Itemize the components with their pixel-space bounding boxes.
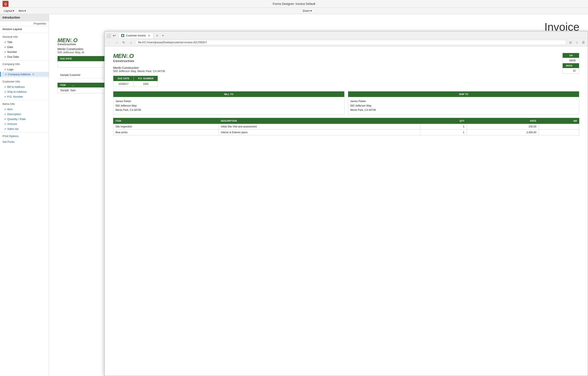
bc-items-table: ITEM DESCRIPTION QTY RATE AM Site inspec… [113, 118, 579, 135]
main-layout: Introduction Properties Invoice Layout G… [0, 14, 588, 376]
check-icon-sales-tax: ✔ [4, 128, 6, 130]
nav-logo[interactable]: ✔ Logo [0, 67, 49, 72]
bc-company-details: Menlo Construction 500 Jefferson Way, Me… [113, 66, 165, 73]
table-row: 10/26/17 1001 [113, 81, 158, 87]
col-description: DESCRIPTION [219, 118, 420, 124]
browser-active-tab[interactable]: 📄 Customer Invoice ✕ [118, 32, 154, 38]
reader-view-button[interactable]: ⊡ [568, 40, 573, 45]
po-number-header: P.O. NUMBER [134, 76, 158, 81]
nav-due-date[interactable]: ✔ Due Date [0, 54, 49, 59]
bc-ship-to-body: James Parker 500 Jefferson Way Menlo Par… [348, 97, 579, 114]
bc-due-date-table: DUE DATE P.O. NUMBER 10/26/17 1001 [113, 76, 158, 87]
check-icon-logo: ✔ [4, 68, 6, 71]
check-icon-date: ✔ [4, 46, 6, 49]
layout-menu[interactable]: Layout ▾ [2, 8, 16, 13]
section-print-options[interactable]: Print Options [0, 133, 49, 139]
col-qty: QTY [420, 118, 467, 124]
menu-bar: Layout ▾ Item ▾ Zoom ▾ [0, 8, 588, 14]
nav-amount[interactable]: ✔ Amount [0, 121, 49, 126]
table-row: 09/26 [562, 58, 579, 63]
col-rate: RATE [467, 118, 539, 124]
browser-window-icon2[interactable]: ↩ [113, 33, 116, 38]
tab-label: Customer Invoice [126, 34, 146, 37]
gear-icon-company-address[interactable]: ⚙ [32, 73, 34, 76]
col-item: ITEM [113, 118, 219, 124]
forward-button[interactable]: → [114, 39, 119, 45]
nav-description[interactable]: ✔ Description [0, 112, 49, 117]
nav-ship-to[interactable]: ✔ Ship to Address [0, 89, 49, 94]
bc-logo: MENLO Construction [113, 53, 165, 63]
check-icon-ship-to: ✔ [4, 90, 6, 93]
address-bar[interactable] [135, 40, 567, 45]
app-logo: Q [2, 1, 9, 7]
settings-button[interactable]: ☰ [580, 40, 586, 45]
table-row: Site inspection Initial Site Visit and a… [113, 124, 579, 129]
browser-tab-bar: ⬜ ↩ 📄 Customer Invoice ✕ + ▾ [105, 31, 588, 38]
invoice-value: 10 [562, 68, 579, 74]
panel-header: Introduction [0, 14, 49, 21]
bc-right-info: DATE 09/26 INVOICE [562, 53, 579, 74]
properties-label: Properties [0, 21, 49, 26]
browser-actions: ⊡ ☆ ☰ [568, 40, 586, 45]
table-row: 10 [562, 68, 579, 74]
tab-close-button[interactable]: ✕ [147, 34, 151, 37]
nav-company-address[interactable]: ✔ Company Address ⚙ [0, 72, 49, 77]
bc-bill-to-header: BILL TO [113, 91, 344, 97]
browser-nav-bar: ← → ↻ ⌂ ⊡ ☆ ☰ [105, 38, 588, 46]
bc-bill-to-body: James Parker 500 Jefferson Way Menlo Par… [113, 97, 344, 114]
due-date-value: 10/26/17 [113, 81, 134, 87]
nav-bill-to[interactable]: ✔ Bill to Address [0, 84, 49, 89]
bookmark-button[interactable]: ☆ [574, 40, 580, 45]
zoom-menu[interactable]: Zoom ▾ [301, 8, 314, 13]
bc-invoice-header: MENLO Construction Menlo Construction 50… [113, 53, 579, 87]
section-items-info: Items Info [0, 101, 49, 107]
check-icon-po-number: ✔ [4, 95, 6, 98]
bc-ship-to-box: SHIP TO James Parker 500 Jefferson Way M… [348, 91, 579, 115]
bc-bill-to-box: BILL TO James Parker 500 Jefferson Way M… [113, 91, 345, 115]
tab-dropdown-button[interactable]: ▾ [160, 33, 166, 38]
window-title: Forms Designer: Invoice Default [273, 2, 315, 6]
home-button[interactable]: ⌂ [128, 39, 134, 45]
left-panel: Introduction Properties Invoice Layout G… [0, 14, 49, 376]
due-date-header: DUE DATE [113, 76, 134, 81]
check-icon-description: ✔ [4, 113, 6, 116]
browser-window: ⬜ ↩ 📄 Customer Invoice ✕ + ▾ ← → ↻ ⌂ [105, 31, 588, 376]
check-icon-number: ✔ [4, 51, 6, 54]
nav-item[interactable]: ✔ Item [0, 107, 49, 112]
bc-invoice-info-table: DATE 09/26 INVOICE [562, 53, 579, 74]
title-bar: Q Forms Designer: Invoice Default [0, 0, 588, 8]
nav-number[interactable]: ✔ Number [0, 49, 49, 54]
bc-ship-to-header: SHIP TO [348, 91, 579, 97]
browser-content: MENLO Construction Menlo Construction 50… [105, 46, 588, 376]
check-icon-item: ✔ [4, 108, 6, 111]
section-general-info: General Info [0, 34, 49, 40]
date-col-header: DATE [562, 53, 579, 58]
check-icon-amount: ✔ [4, 123, 6, 126]
reload-button[interactable]: ↻ [121, 39, 127, 45]
section-customer-info: Customer Info [0, 79, 49, 84]
preview-company-address: 500 Jefferson Way, M [58, 51, 84, 54]
new-tab-button[interactable]: + [155, 33, 159, 38]
check-icon-title: ✔ [4, 41, 6, 44]
browser-chrome: ⬜ ↩ 📄 Customer Invoice ✕ + ▾ ← → ↻ ⌂ [105, 31, 588, 46]
table-row: Blue prints Interior & Exterior plans 1 … [113, 129, 579, 135]
nav-sales-tax[interactable]: ✔ Sales tax [0, 126, 49, 131]
browser-window-icon1[interactable]: ⬜ [106, 33, 111, 38]
check-icon-qty-rate: ✔ [4, 118, 6, 121]
table-row: INVOICE [562, 63, 579, 68]
section-company-info: Company Info [0, 61, 49, 67]
section-invoice-layout: Invoice Layout [0, 26, 49, 32]
item-menu[interactable]: Item ▾ [16, 8, 28, 13]
date-value: 09/26 [562, 58, 579, 63]
nav-date[interactable]: ✔ Date [0, 44, 49, 49]
bc-addresses: BILL TO James Parker 500 Jefferson Way M… [113, 91, 579, 115]
preview-logo: MENLO Construction [58, 38, 84, 46]
back-button[interactable]: ← [106, 39, 112, 45]
bc-logo-company: MENLO Construction Menlo Construction 50… [113, 53, 165, 87]
section-set-fonts[interactable]: Set Fonts [0, 139, 49, 145]
nav-title[interactable]: ✔ Title [0, 40, 49, 44]
invoice-col-header: INVOICE [562, 63, 579, 68]
nav-quantity-rate[interactable]: ✔ Quantity / Rate [0, 117, 49, 121]
nav-po-number[interactable]: ✔ P.O. Number [0, 94, 49, 99]
preview-company-name: Menlo Construction [58, 47, 84, 51]
